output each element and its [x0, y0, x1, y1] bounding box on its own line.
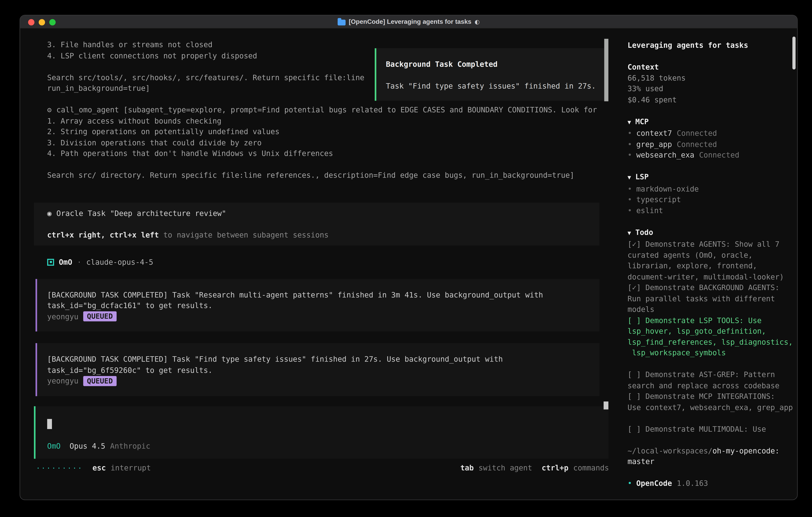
close-window-button[interactable]	[28, 19, 35, 25]
oracle-task-title-row: ◉Oracle Task "Deep architecture review"	[47, 208, 591, 219]
todo-heading-row[interactable]: ▼Todo	[628, 227, 793, 239]
transcript-line: 2. String operations on potentially unde…	[34, 126, 619, 137]
toast-title: Background Task Completed	[386, 59, 598, 70]
interrupt-label: interrupt	[111, 463, 151, 472]
fisheye-icon: ◉	[47, 209, 52, 217]
traffic-lights	[28, 16, 56, 29]
active-agent-name: OmO	[47, 440, 61, 451]
agent-name: OmO	[59, 257, 72, 268]
prompt-input[interactable]: OmO Opus 4.5 Anthropic	[34, 406, 609, 459]
session-title: Leveraging agents for tasks	[628, 40, 793, 51]
commands-hint: ctrl+pcommands	[542, 462, 609, 473]
mcp-section: ▼MCP •context7Connected •grep_appConnect…	[628, 116, 793, 161]
context-section: Context 66,518 tokens 33% used $0.46 spe…	[628, 61, 793, 105]
mcp-heading-row[interactable]: ▼MCP	[628, 116, 793, 128]
todo-item: [✓] Demonstrate AGENTS: Show all 7 curat…	[628, 239, 793, 282]
app-version: 1.0.163	[677, 479, 708, 487]
agent-header: OmO · claude-opus-4-5	[34, 257, 619, 268]
message-footer: yeongyu QUEUED	[47, 376, 590, 386]
tab-key-hint: tab	[460, 463, 474, 472]
workspace-path-row: ~/local-workspaces/oh-my-opencode:	[628, 445, 793, 456]
lsp-name: markdown-oxide	[636, 184, 699, 193]
mcp-name: context7	[636, 129, 672, 137]
bullet-icon: •	[628, 129, 632, 137]
input-blank-line	[47, 430, 599, 440]
transcript-blank-line	[34, 159, 619, 169]
transcript-line: 1. Array access without bounds checking	[34, 115, 619, 126]
background-task-message: [BACKGROUND TASK COMPLETED] Task "Find t…	[35, 343, 600, 396]
message-footer: yeongyu QUEUED	[47, 311, 590, 322]
switch-agent-hint: tabswitch agent	[460, 462, 532, 473]
toast-blank-line	[386, 70, 598, 81]
separator-dot: ·	[77, 257, 81, 268]
zoom-window-button[interactable]	[49, 19, 56, 25]
todo-heading: Todo	[635, 228, 653, 236]
context-spent: $0.46 spent	[628, 94, 793, 105]
message-author: yeongyu	[47, 311, 79, 322]
window-title-group: [OpenCode] Leveraging agents for tasks ◐	[338, 18, 480, 25]
opencode-window: [OpenCode] Leveraging agents for tasks ◐…	[20, 15, 798, 500]
mcp-item: •websearch_exaConnected	[628, 149, 793, 160]
folder-icon	[338, 19, 346, 25]
mcp-item: •grep_appConnected	[628, 139, 793, 149]
status-bar-right: tabswitch agent ctrl+pcommands	[460, 462, 609, 473]
toast-body: Task "Find type safety issues" finished …	[386, 81, 598, 91]
active-model-provider: Anthropic	[110, 440, 150, 451]
bullet-icon: •	[628, 206, 632, 215]
todo-section: ▼Todo [✓] Demonstrate AGENTS: Show all 7…	[628, 227, 793, 434]
tool-call-line: ⚙call_omo_agent [subagent_type=explore, …	[34, 105, 619, 115]
oracle-task-title: Oracle Task "Deep architecture review"	[56, 209, 226, 217]
lsp-heading-row[interactable]: ▼LSP	[628, 171, 793, 183]
todo-item: [✓] Demonstrate BACKGROUND AGENTS: Run p…	[628, 282, 793, 315]
minimize-window-button[interactable]	[39, 19, 45, 25]
app-version-row: •OpenCode1.0.163	[628, 478, 793, 489]
transcript-line: 4. Path operations that don't handle Win…	[34, 148, 619, 159]
message-text: [BACKGROUND TASK COMPLETED] Task "Find t…	[47, 354, 590, 376]
esc-key-hint: esc	[92, 463, 106, 472]
interrupt-hint: escinterrupt	[92, 462, 151, 473]
chat-scrollbar-thumb[interactable]	[604, 402, 608, 409]
bullet-icon: •	[628, 479, 632, 487]
todo-item: [ ] Demonstrate LSP TOOLS: Use lsp_hover…	[628, 315, 793, 358]
workspace-branch: master	[628, 456, 793, 467]
toast-scrollbar-thumb[interactable]	[604, 39, 608, 101]
lsp-name: typescript	[636, 195, 681, 203]
mcp-name: grep_app	[636, 140, 672, 148]
agent-square-icon	[47, 259, 54, 266]
queued-status-badge: QUEUED	[83, 311, 117, 322]
window-titlebar[interactable]: [OpenCode] Leveraging agents for tasks ◐	[20, 16, 797, 29]
lsp-item: •markdown-oxide	[628, 183, 793, 194]
mcp-name: websearch_exa	[636, 151, 694, 159]
context-tokens: 66,518 tokens	[628, 72, 793, 83]
bullet-icon: •	[628, 195, 632, 203]
oracle-task-panel: ◉Oracle Task "Deep architecture review" …	[34, 202, 600, 245]
sidebar-scrollbar-thumb[interactable]	[792, 36, 795, 70]
sidebar[interactable]: Leveraging agents for tasks Context 66,5…	[619, 29, 797, 499]
workspace-info: ~/local-workspaces/oh-my-opencode: maste…	[628, 445, 793, 467]
active-model-name: Opus 4.5	[69, 440, 105, 451]
panel-blank-line	[47, 219, 591, 229]
app-name: OpenCode	[636, 479, 672, 487]
background-task-toast: Background Task Completed Task "Find typ…	[375, 48, 607, 100]
text-cursor	[47, 419, 52, 429]
ctrl-p-key-hint: ctrl+p	[542, 463, 569, 472]
tool-call-text: call_omo_agent [subagent_type=explore, p…	[56, 106, 597, 114]
bullet-icon: •	[628, 140, 632, 148]
hint-keybindings: ctrl+x right, ctrl+x left	[47, 230, 159, 239]
status-bar: ········· escinterrupt tabswitch agent c…	[36, 462, 609, 474]
working-spinner-dots: ·········	[36, 463, 83, 474]
background-task-message: [BACKGROUND TASK COMPLETED] Task "Resear…	[35, 279, 600, 331]
bullet-icon: •	[628, 151, 632, 159]
workspace-repo: oh-my-opencode:	[713, 446, 779, 455]
mcp-status: Connected	[677, 140, 717, 148]
collapse-triangle-icon: ▼	[628, 174, 631, 181]
queued-status-badge: QUEUED	[83, 376, 117, 386]
lsp-item: •eslint	[628, 205, 793, 216]
lsp-heading: LSP	[635, 172, 649, 181]
subagent-navigation-hint: ctrl+x right, ctrl+x left to navigate be…	[47, 229, 591, 240]
mcp-item: •context7Connected	[628, 128, 793, 139]
lsp-section: ▼LSP •markdown-oxide •typescript •eslint	[628, 171, 793, 216]
todo-item: [ ] Demonstrate MULTIMODAL: Use	[628, 424, 793, 434]
transcript-line: 3. Division operations that could divide…	[34, 137, 619, 148]
chat-pane[interactable]: 3. File handles or streams not closed 4.…	[20, 29, 619, 499]
